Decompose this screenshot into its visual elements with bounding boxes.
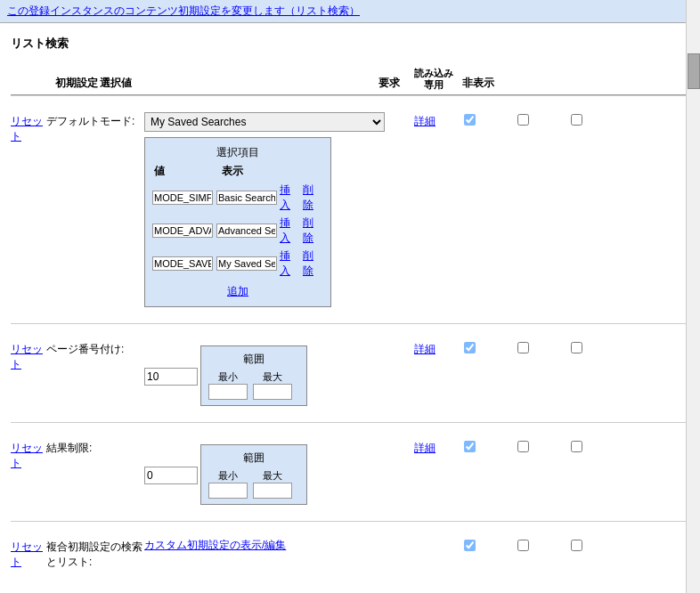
checks-composite [447, 538, 598, 554]
row-composite: リセット 複合初期設定の検索とリスト: カスタム初期設定の表示/編集 [11, 521, 689, 586]
header-value: 選択値 [100, 76, 367, 91]
checkbox-hidden-3[interactable] [571, 540, 582, 551]
header-required: 要求 [367, 76, 411, 91]
detail-result-limit[interactable]: 詳細 [403, 439, 447, 456]
required-check-default-mode [447, 114, 492, 128]
readonly-check-default-mode [501, 114, 545, 128]
dropdown-row-1: 挿入 削除 [152, 215, 323, 246]
hidden-check-default-mode [554, 114, 598, 128]
range-row-page: 最小 最大 [208, 370, 299, 400]
reset-default-mode[interactable]: リセット [11, 112, 46, 144]
checkbox-hidden-0[interactable] [571, 114, 582, 126]
range-min-result: 最小 [208, 469, 248, 499]
header-readonly: 読み込み専用 [411, 68, 456, 91]
input-result-limit[interactable] [144, 467, 198, 484]
scrollbar-thumb[interactable] [688, 53, 700, 89]
range-title-result: 範囲 [208, 451, 299, 466]
range-min-input-page[interactable] [208, 384, 248, 400]
delete-0[interactable]: 削除 [303, 183, 323, 213]
readonly-check-result [501, 441, 545, 455]
insert-2[interactable]: 挿入 [280, 248, 300, 279]
input-page-number[interactable] [144, 368, 198, 386]
row-page-number: リセット ページ番号付け: 範囲 最小 最大 [11, 323, 689, 422]
range-title-page: 範囲 [208, 352, 299, 367]
checkbox-readonly-1[interactable] [517, 342, 529, 353]
readonly-check-composite [501, 540, 545, 554]
detail-composite [403, 538, 447, 540]
delete-2[interactable]: 削除 [303, 248, 323, 279]
label-default-mode: デフォルトモード: [46, 112, 144, 129]
range-max-input-result[interactable] [253, 483, 292, 499]
checkbox-required-2[interactable] [464, 441, 476, 452]
table-header: 初期設定 選択値 要求 読み込み専用 非表示 [11, 64, 689, 95]
checkbox-hidden-2[interactable] [571, 441, 582, 452]
hidden-check-result [554, 441, 598, 455]
range-max-page: 最大 [253, 370, 292, 400]
dropdown-disp-1[interactable] [216, 223, 277, 238]
range-min-input-result[interactable] [208, 483, 248, 499]
label-composite: 複合初期設定の検索とリスト: [46, 538, 144, 570]
dropdown-cols: 値 表示 [152, 164, 323, 179]
top-bar-link[interactable]: この登録インスタンスのコンテンツ初期設定を変更します（リスト検索） [7, 4, 360, 17]
select-default-mode[interactable]: Basic Search Advanced Search My Saved Se… [144, 112, 385, 132]
row-default-mode: リセット デフォルトモード: Basic Search Advanced Sea… [11, 95, 689, 323]
section-title: リスト検索 [11, 32, 689, 55]
delete-1[interactable]: 削除 [303, 215, 323, 246]
setting-row-page-number: リセット ページ番号付け: 範囲 最小 最大 [11, 333, 689, 413]
dropdown-table-default-mode: 選択項目 値 表示 挿入 削除 [144, 137, 331, 307]
value-composite: カスタム初期設定の表示/編集 [144, 538, 403, 553]
label-page-number: ページ番号付け: [46, 340, 144, 357]
composite-link[interactable]: カスタム初期設定の表示/編集 [144, 539, 286, 551]
checkbox-required-3[interactable] [464, 540, 476, 551]
detail-page-number[interactable]: 詳細 [403, 340, 447, 357]
range-max-result: 最大 [253, 469, 292, 499]
checkbox-required-1[interactable] [464, 342, 476, 353]
insert-1[interactable]: 挿入 [280, 215, 300, 246]
main-container: リスト検索 初期設定 選択値 要求 読み込み専用 非表示 リセット デフォルトモ… [0, 23, 700, 593]
add-link[interactable]: 追加 [152, 284, 323, 299]
dropdown-row-2: 挿入 削除 [152, 248, 323, 279]
setting-row-result-limit: リセット 結果制限: 範囲 最小 最大 [11, 432, 689, 512]
scrollbar[interactable] [686, 0, 700, 593]
header-initial: 初期設定 [11, 76, 100, 91]
header-hidden: 非表示 [456, 76, 501, 91]
dropdown-header: 選択項目 [152, 145, 323, 160]
checks-result-limit [447, 439, 598, 455]
reset-page-number[interactable]: リセット [11, 340, 46, 372]
range-page-number: 範囲 最小 最大 [200, 345, 307, 406]
setting-row-composite: リセット 複合初期設定の検索とリスト: カスタム初期設定の表示/編集 [11, 531, 689, 577]
label-result-limit: 結果制限: [46, 439, 144, 456]
checkbox-hidden-1[interactable] [571, 342, 582, 353]
checks-page-number [447, 340, 598, 356]
range-min-page: 最小 [208, 370, 248, 400]
dropdown-row-0: 挿入 削除 [152, 183, 323, 213]
range-max-input-page[interactable] [253, 384, 292, 400]
checkbox-readonly-3[interactable] [517, 540, 529, 551]
reset-result-limit[interactable]: リセット [11, 439, 46, 471]
dropdown-val-0[interactable] [152, 191, 213, 205]
checkbox-readonly-0[interactable] [517, 114, 529, 126]
top-bar: この登録インスタンスのコンテンツ初期設定を変更します（リスト検索） [0, 0, 700, 23]
value-default-mode: Basic Search Advanced Search My Saved Se… [144, 112, 403, 307]
required-check-composite [447, 540, 492, 554]
readonly-check-page [501, 342, 545, 356]
detail-default-mode[interactable]: 詳細 [403, 112, 447, 129]
dropdown-val-2[interactable] [152, 256, 213, 271]
required-check-page [447, 342, 492, 356]
dropdown-val-1[interactable] [152, 223, 213, 238]
hidden-check-page [554, 342, 598, 356]
value-result-limit: 範囲 最小 最大 [144, 439, 403, 505]
reset-composite[interactable]: リセット [11, 538, 46, 570]
range-result-limit: 範囲 最小 最大 [200, 444, 307, 505]
dropdown-disp-2[interactable] [216, 256, 277, 271]
value-page-number: 範囲 最小 最大 [144, 340, 403, 406]
range-row-result: 最小 最大 [208, 469, 299, 499]
checks-default-mode [447, 112, 598, 128]
checkbox-readonly-2[interactable] [517, 441, 529, 452]
dropdown-disp-0[interactable] [216, 191, 277, 205]
hidden-check-composite [554, 540, 598, 554]
required-check-result [447, 441, 492, 455]
row-result-limit: リセット 結果制限: 範囲 最小 最大 [11, 422, 689, 521]
insert-0[interactable]: 挿入 [280, 183, 300, 213]
checkbox-required-0[interactable] [464, 114, 476, 126]
